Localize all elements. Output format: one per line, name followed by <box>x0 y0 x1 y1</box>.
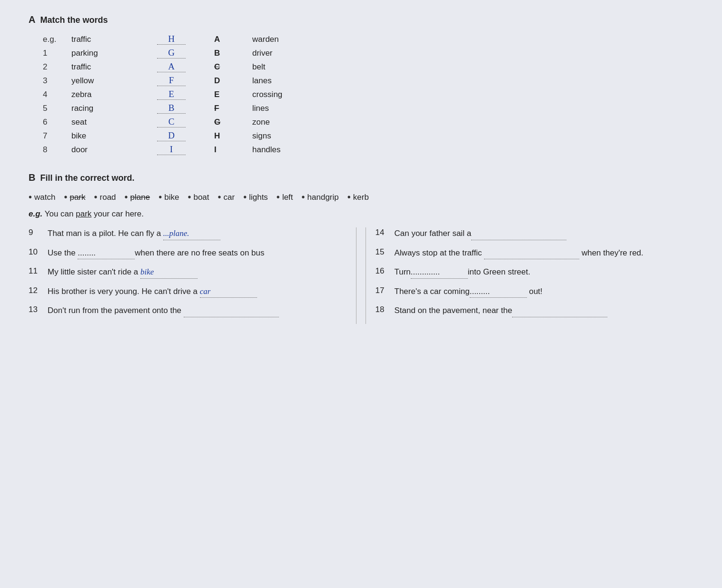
ex-num-18: 18 <box>376 304 395 314</box>
match-word-eg: traffic <box>71 35 157 44</box>
match-table: e.g. traffic H A warden 1 parking G B dr… <box>43 34 693 155</box>
section-b: B Fill in the correct word. •watch •park… <box>29 172 693 324</box>
exercise-9: 9 That man is a pilot. He can fly a ...p… <box>29 227 346 240</box>
bullet-kerb: • <box>347 192 351 203</box>
exercise-14: 14 Can your father sail a <box>376 227 694 240</box>
word-list: •watch •park •road •plane •bike •boat •c… <box>29 192 693 203</box>
exercise-11: 11 My little sister can't ride a bike <box>29 266 346 279</box>
match-letter-g: G <box>214 118 252 127</box>
match-def-f: lines <box>252 104 357 113</box>
bullet-plane: • <box>125 192 128 203</box>
ex-num-11: 11 <box>29 266 48 276</box>
match-num-2: 2 <box>43 62 71 72</box>
match-num-6: 6 <box>43 118 71 127</box>
match-word-1: parking <box>71 49 157 58</box>
ex-text-18: Stand on the pavement, near the <box>395 304 694 317</box>
ex-text-13: Don't run from the pavement onto the <box>48 304 346 317</box>
match-letter-h: H <box>214 131 252 141</box>
match-def-a: warden <box>252 35 357 44</box>
answer-14 <box>471 227 566 240</box>
col-divider <box>356 227 366 324</box>
match-def-i: handles <box>252 145 357 155</box>
ex-num-13: 13 <box>29 304 48 314</box>
match-num-eg: e.g. <box>43 35 71 44</box>
answer-13 <box>184 304 279 317</box>
match-num-1: 1 <box>43 49 71 58</box>
match-def-h: signs <box>252 131 357 141</box>
word-plane: •plane <box>125 192 150 203</box>
ex-num-16: 16 <box>376 266 395 276</box>
match-letter-i: I <box>214 145 252 155</box>
match-answer-6: C <box>157 117 186 127</box>
ex-num-15: 15 <box>376 247 395 257</box>
ex-num-10: 10 <box>29 247 48 257</box>
match-def-e: crossing <box>252 90 357 99</box>
match-answer-eg: H <box>157 34 186 45</box>
ex-text-12: His brother is very young. He can't driv… <box>48 285 346 298</box>
word-boat: •boat <box>188 192 209 203</box>
exercise-13: 13 Don't run from the pavement onto the <box>29 304 346 317</box>
section-b-title: Fill in the correct word. <box>40 173 134 183</box>
match-word-3: yellow <box>71 76 157 86</box>
ex-text-15: Always stop at the traffic when they're … <box>395 247 694 260</box>
ex-text-16: Turn.............into Green street. <box>395 266 694 279</box>
ex-num-12: 12 <box>29 285 48 295</box>
match-word-6: seat <box>71 118 157 127</box>
bullet-park: • <box>64 192 67 203</box>
exercise-12: 12 His brother is very young. He can't d… <box>29 285 346 298</box>
match-letter-b: B <box>214 49 252 58</box>
match-letter-c: C <box>214 62 252 72</box>
match-num-8: 8 <box>43 145 71 155</box>
exercise-10: 10 Use the ........when there are no fre… <box>29 247 346 260</box>
match-def-g: zone <box>252 118 357 127</box>
exercise-17: 17 There's a car coming......... out! <box>376 285 694 298</box>
match-word-2: traffic <box>71 62 157 72</box>
answer-15 <box>484 247 579 260</box>
ex-text-17: There's a car coming......... out! <box>395 285 694 298</box>
answer-10: ........ <box>78 247 135 260</box>
match-answer-4: E <box>157 89 186 100</box>
exercises-left: 9 That man is a pilot. He can fly a ...p… <box>29 227 356 324</box>
ex-text-11: My little sister can't ride a bike <box>48 266 346 279</box>
section-a: A Match the words e.g. traffic H A warde… <box>29 14 693 155</box>
ex-text-10: Use the ........when there are no free s… <box>48 247 346 260</box>
answer-9: ...plane. <box>163 227 220 240</box>
match-answer-5: B <box>157 103 186 114</box>
bullet-handgrip: • <box>302 192 305 203</box>
match-num-3: 3 <box>43 76 71 86</box>
exercises-grid: 9 That man is a pilot. He can fly a ...p… <box>29 227 693 324</box>
ex-text-14: Can your father sail a <box>395 227 694 240</box>
word-park: •park <box>64 192 85 203</box>
match-letter-d: D <box>214 76 252 86</box>
word-car: •car <box>218 192 235 203</box>
bullet-bike: • <box>158 192 162 203</box>
match-num-7: 7 <box>43 131 71 141</box>
match-answer-3: F <box>157 75 186 86</box>
word-left: •left <box>277 192 293 203</box>
match-letter-a: A <box>214 35 252 44</box>
match-def-b: driver <box>252 49 357 58</box>
section-a-title: Match the words <box>40 15 108 25</box>
section-b-letter: B <box>29 172 35 183</box>
section-b-header: B Fill in the correct word. <box>29 172 693 183</box>
example-sentence: e.g. You can park your car here. <box>29 209 693 219</box>
word-lights: •lights <box>243 192 268 203</box>
word-watch: •watch <box>29 192 55 203</box>
match-num-4: 4 <box>43 90 71 99</box>
exercises-right: 14 Can your father sail a 15 Always stop… <box>366 227 694 324</box>
answer-16: ............. <box>411 266 468 279</box>
word-road: •road <box>94 192 116 203</box>
ex-text-9: That man is a pilot. He can fly a ...pla… <box>48 227 346 240</box>
match-answer-7: D <box>157 130 186 141</box>
bullet-car: • <box>218 192 221 203</box>
match-num-5: 5 <box>43 104 71 113</box>
answer-12: car <box>200 285 257 298</box>
match-letter-f: F <box>214 104 252 113</box>
match-word-7: bike <box>71 131 157 141</box>
ex-num-14: 14 <box>376 227 395 237</box>
match-answer-8: I <box>157 144 186 155</box>
section-a-letter: A <box>29 14 35 25</box>
match-word-4: zebra <box>71 90 157 99</box>
example-underline: park <box>76 209 91 218</box>
bullet-left: • <box>277 192 280 203</box>
